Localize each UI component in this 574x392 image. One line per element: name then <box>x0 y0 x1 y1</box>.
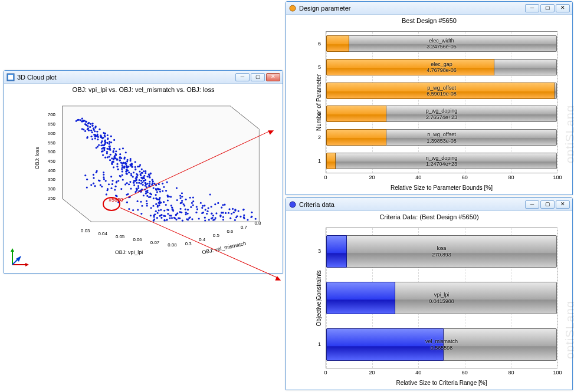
svg-point-396 <box>167 213 169 215</box>
cloud3d-plot[interactable]: 250 300 350 400 450 500 550 600 650 700 … <box>22 100 271 262</box>
svg-point-386 <box>190 206 192 208</box>
svg-point-528 <box>136 189 138 190</box>
svg-point-371 <box>152 180 154 182</box>
svg-point-391 <box>117 180 119 182</box>
svg-point-112 <box>110 141 112 143</box>
minimize-button[interactable]: ─ <box>235 73 250 81</box>
svg-point-198 <box>102 144 104 146</box>
svg-point-343 <box>105 180 107 182</box>
minimize-button[interactable]: ─ <box>525 200 539 209</box>
x-tick: 0 <box>324 174 327 180</box>
minimize-button[interactable]: ─ <box>525 4 539 12</box>
param-titlebar[interactable]: Design parameter ─ ▢ ✕ <box>286 2 572 15</box>
svg-text:0.07: 0.07 <box>150 240 159 245</box>
svg-point-175 <box>152 179 153 181</box>
svg-point-258 <box>240 216 241 218</box>
svg-point-251 <box>132 209 134 211</box>
close-button[interactable]: ✕ <box>266 73 280 81</box>
svg-point-459 <box>175 219 177 220</box>
maximize-button[interactable]: ▢ <box>540 200 555 209</box>
svg-point-383 <box>103 172 104 173</box>
svg-point-206 <box>153 183 155 185</box>
bar-row: vel_mismatch0.5655981 <box>326 321 557 368</box>
svg-point-205 <box>130 160 132 162</box>
svg-point-484 <box>126 160 128 162</box>
svg-point-410 <box>137 209 139 210</box>
svg-point-106 <box>90 130 92 131</box>
bar-fill[interactable] <box>326 59 494 75</box>
svg-point-529 <box>111 163 113 165</box>
svg-point-44 <box>149 181 150 183</box>
svg-point-185 <box>122 147 124 149</box>
bar-fill[interactable] <box>326 129 386 146</box>
svg-point-399 <box>201 212 203 214</box>
bar-fill[interactable] <box>326 35 349 52</box>
maximize-button[interactable]: ▢ <box>251 73 265 81</box>
param-xlabel: Relative Size to Parameter Bounds [%] <box>391 185 493 191</box>
param-chart-area[interactable]: optiSLang Best Design #5650 Number of Pa… <box>286 15 572 195</box>
svg-point-214 <box>196 208 198 210</box>
svg-point-427 <box>94 185 96 187</box>
svg-point-63 <box>103 132 104 134</box>
cloud-titlebar[interactable]: 3D Cloud plot ─ ▢ ✕ <box>4 71 283 84</box>
svg-point-128 <box>159 191 161 193</box>
x-tick: 100 <box>553 370 562 375</box>
svg-point-199 <box>126 165 127 167</box>
close-button[interactable]: ✕ <box>556 4 570 12</box>
criteria-titlebar[interactable]: Criteria data ─ ▢ ✕ <box>286 198 572 211</box>
x-tick: 0 <box>324 370 327 375</box>
svg-point-431 <box>138 182 140 184</box>
svg-point-268 <box>229 218 231 219</box>
bar-fill[interactable] <box>326 153 336 169</box>
svg-point-378 <box>250 216 252 218</box>
svg-point-197 <box>125 170 127 172</box>
svg-point-293 <box>222 219 224 220</box>
svg-point-332 <box>238 210 240 212</box>
svg-point-372 <box>170 196 172 197</box>
svg-point-245 <box>234 210 236 212</box>
svg-point-66 <box>90 123 91 125</box>
bar-label: vel_mismatch0.565598 <box>425 338 458 351</box>
y-tick: 1 <box>318 341 321 347</box>
y-tick: 1 <box>318 158 321 164</box>
svg-point-397 <box>181 200 183 202</box>
bar-fill[interactable] <box>326 282 395 314</box>
svg-point-287 <box>214 203 216 205</box>
svg-point-130 <box>119 148 120 150</box>
svg-point-392 <box>103 176 104 178</box>
svg-point-291 <box>130 188 132 190</box>
svg-point-390 <box>170 215 172 216</box>
svg-point-434 <box>159 204 160 206</box>
svg-point-456 <box>104 143 106 145</box>
svg-point-320 <box>151 184 153 186</box>
maximize-button[interactable]: ▢ <box>540 4 555 12</box>
svg-point-273 <box>171 217 173 219</box>
design-parameter-window: Design parameter ─ ▢ ✕ optiSLang Best De… <box>286 1 573 195</box>
svg-point-354 <box>156 189 158 191</box>
svg-point-458 <box>111 157 113 159</box>
svg-point-312 <box>247 219 248 220</box>
close-button[interactable]: ✕ <box>556 200 570 209</box>
bar-fill[interactable] <box>326 235 347 268</box>
svg-point-476 <box>163 210 165 212</box>
svg-point-385 <box>183 203 185 205</box>
svg-text:700: 700 <box>48 112 56 117</box>
cloud-chart-title: OBJ: vpi_lpi vs. OBJ: vel_mismatch vs. O… <box>4 84 283 95</box>
criteria-chart-area[interactable]: optiSLang Criteria Data: (Best Design #5… <box>286 211 572 390</box>
bar-row: loss270.8933 <box>326 228 557 275</box>
svg-point-442 <box>97 139 99 140</box>
svg-point-485 <box>99 129 100 130</box>
bar-fill[interactable] <box>326 106 386 122</box>
svg-point-87 <box>162 190 163 192</box>
svg-text:OBJ: loss: OBJ: loss <box>34 147 40 169</box>
svg-point-56 <box>91 131 93 133</box>
cloud-title: 3D Cloud plot <box>17 74 235 81</box>
y-tick: 4 <box>318 88 321 94</box>
criteria-title: Criteria data <box>299 201 525 208</box>
svg-text:0.4: 0.4 <box>199 237 206 242</box>
cloud-chart-area[interactable]: OBJ: vpi_lpi vs. OBJ: vel_mismatch vs. O… <box>4 84 283 273</box>
svg-point-362 <box>93 174 94 176</box>
svg-point-192 <box>137 166 139 167</box>
svg-point-489 <box>140 173 142 175</box>
y-tick: 2 <box>318 295 321 301</box>
